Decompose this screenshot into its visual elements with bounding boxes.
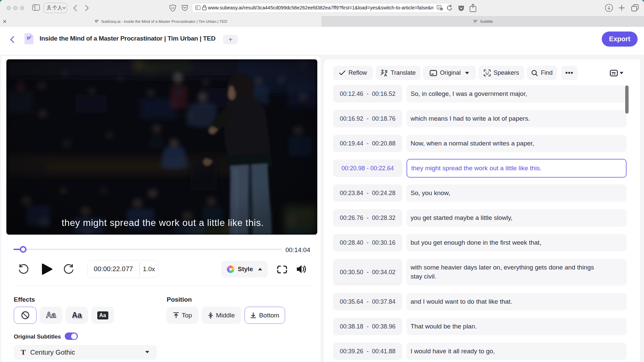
svg-text:A: A [384, 73, 387, 77]
svg-text:A: A [438, 6, 440, 9]
svg-text:x: x [441, 8, 442, 11]
svg-text:they might spread the work out: they might spread the work out a little … [62, 218, 264, 228]
